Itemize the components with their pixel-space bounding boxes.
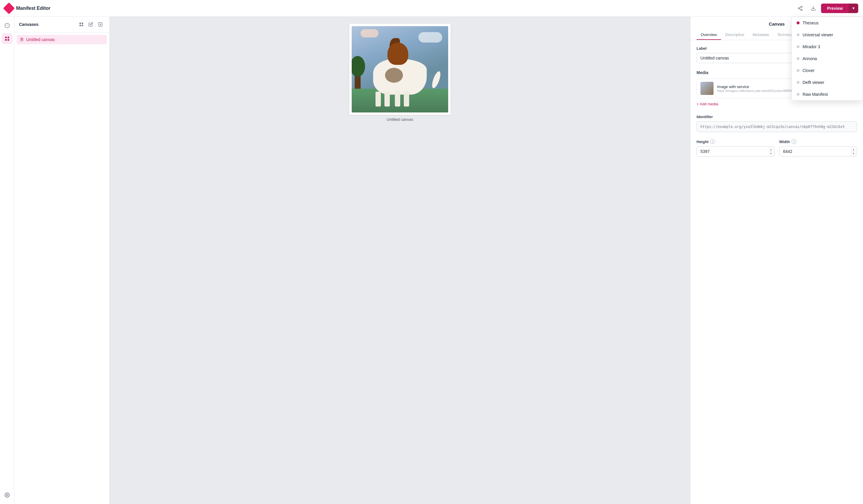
svg-point-2 (801, 9, 802, 11)
info-button[interactable] (2, 20, 13, 31)
logo-icon (3, 2, 15, 14)
svg-rect-15 (82, 23, 83, 24)
edit-button[interactable] (87, 20, 95, 28)
canvas-list: 🖹 Untitled canvas (14, 33, 109, 47)
add-canvas-button[interactable] (96, 20, 104, 28)
dropdown-item-mirador[interactable]: Mirador 3 (792, 41, 863, 53)
sidebar-actions (77, 20, 104, 28)
topbar-right: Preview ▼ (795, 3, 858, 14)
media-thumb-image (700, 82, 713, 95)
share-button[interactable] (795, 3, 805, 14)
preview-button[interactable]: Preview (821, 3, 849, 13)
width-input-wrap: ▲ ▼ (779, 146, 857, 156)
identifier-input[interactable] (697, 121, 857, 132)
svg-rect-12 (8, 39, 9, 41)
svg-rect-17 (82, 25, 83, 26)
mirador-dot (797, 45, 800, 48)
universal-viewer-label: Universal viewer (802, 33, 833, 37)
icon-bar-bottom (2, 490, 13, 501)
preview-dropdown-menu: Theseus Universal viewer Mirador 3 Annon… (791, 17, 863, 101)
canvas-item-label: Untitled canvas (26, 37, 55, 42)
grid-view-button[interactable] (77, 20, 86, 28)
width-info-icon[interactable]: i (791, 139, 796, 144)
delft-viewer-dot (797, 81, 800, 84)
canvas-area: Untitled canvas (110, 17, 690, 504)
delft-viewer-label: Delft viewer (802, 80, 824, 85)
app-title: Manifest Editor (16, 6, 51, 11)
icon-bar (0, 17, 14, 504)
annona-label: Annona (802, 56, 817, 61)
tab-metadata[interactable]: Metadata (748, 30, 773, 40)
width-spinners: ▲ ▼ (851, 147, 856, 156)
svg-point-0 (801, 6, 802, 8)
height-decrement[interactable]: ▼ (768, 152, 773, 156)
height-info-icon[interactable]: i (710, 139, 715, 144)
dimensions-row: Height i ▲ ▼ Width i (697, 139, 857, 156)
height-field: Height i ▲ ▼ (697, 139, 775, 156)
media-thumbnail (700, 82, 713, 95)
width-increment[interactable]: ▲ (851, 147, 856, 152)
preview-dropdown-button[interactable]: ▼ (849, 3, 858, 13)
canvases-nav-button[interactable] (2, 33, 13, 44)
height-spinners: ▲ ▼ (768, 147, 773, 156)
svg-rect-9 (5, 37, 7, 38)
width-decrement[interactable]: ▼ (851, 152, 856, 156)
sidebar-header: Canvases (14, 17, 109, 33)
dropdown-item-clover[interactable]: Clover (792, 65, 863, 76)
topbar-left: Manifest Editor (5, 4, 51, 13)
universal-viewer-dot (797, 33, 800, 36)
annona-dot (797, 57, 800, 60)
svg-line-4 (800, 7, 801, 8)
height-label: Height i (697, 139, 775, 144)
clover-label: Clover (802, 68, 814, 73)
tab-overview[interactable]: Overview (697, 30, 721, 40)
mirador-label: Mirador 3 (802, 44, 820, 49)
sidebar-title: Canvases (19, 22, 38, 27)
height-input-wrap: ▲ ▼ (697, 146, 775, 156)
theseus-dot (797, 22, 800, 24)
raw-manifest-label: Raw Manifest (802, 92, 828, 97)
canvas-preview-label: Untitled canvas (387, 115, 413, 123)
width-input[interactable] (779, 146, 857, 156)
tab-descriptive[interactable]: Descriptive (721, 30, 748, 40)
preview-button-group: Preview ▼ (821, 3, 858, 13)
dropdown-item-delft-viewer[interactable]: Delft viewer (792, 76, 863, 88)
svg-rect-16 (79, 25, 81, 26)
svg-rect-11 (5, 39, 7, 41)
svg-rect-14 (79, 23, 81, 24)
sidebar: Canvases (14, 17, 110, 504)
svg-line-3 (800, 9, 801, 10)
painting (352, 26, 448, 113)
svg-point-13 (6, 494, 8, 496)
width-label: Width i (779, 139, 857, 144)
identifier-section: Identifier (697, 115, 857, 132)
add-media-button[interactable]: + Add media (697, 101, 718, 107)
clover-dot (797, 69, 800, 72)
theseus-label: Theseus (802, 21, 818, 25)
topbar: Manifest Editor Preview ▼ (0, 0, 863, 17)
canvas-list-item[interactable]: 🖹 Untitled canvas (17, 35, 107, 44)
svg-point-1 (798, 8, 800, 9)
canvas-item-icon: 🖹 (20, 37, 24, 42)
width-field: Width i ▲ ▼ (779, 139, 857, 156)
canvas-preview-card (349, 24, 451, 115)
raw-manifest-dot (797, 93, 800, 96)
height-increment[interactable]: ▲ (768, 147, 773, 152)
identifier-label: Identifier (697, 115, 857, 119)
settings-button[interactable] (2, 490, 13, 501)
height-input[interactable] (697, 146, 775, 156)
dropdown-item-universal-viewer[interactable]: Universal viewer (792, 29, 863, 41)
canvas-image (352, 26, 448, 113)
main-layout: Canvases (0, 17, 863, 504)
dropdown-item-raw-manifest[interactable]: Raw Manifest (792, 88, 863, 100)
dropdown-item-theseus[interactable]: Theseus (792, 17, 863, 29)
dropdown-item-annona[interactable]: Annona (792, 53, 863, 65)
svg-rect-10 (8, 37, 9, 38)
download-button[interactable] (808, 3, 818, 14)
